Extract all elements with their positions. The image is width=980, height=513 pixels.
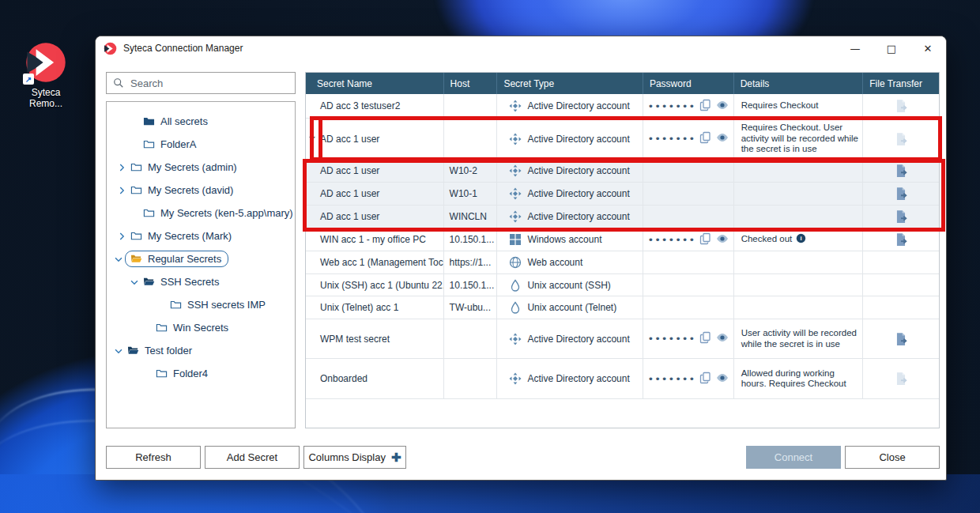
sidebar-item-ssh-secrets-imp[interactable]: SSH secrets IMP bbox=[107, 293, 295, 316]
cell-secret-type: Active Directory account bbox=[497, 319, 643, 358]
sidebar-item-folder4[interactable]: Folder4 bbox=[107, 362, 295, 385]
table-row[interactable]: AD acc 1 userW10-1Active Directory accou… bbox=[306, 183, 939, 206]
chevron-right-icon[interactable] bbox=[115, 184, 128, 197]
columns-display-button[interactable]: Columns Display ✚ bbox=[303, 446, 406, 469]
copy-password-icon[interactable] bbox=[699, 131, 712, 146]
copy-password-icon[interactable] bbox=[699, 99, 712, 114]
host-text: W10-2 bbox=[450, 165, 477, 176]
file-transfer-icon[interactable] bbox=[894, 164, 908, 178]
file-transfer-icon[interactable] bbox=[894, 209, 908, 224]
file-transfer-icon[interactable] bbox=[894, 187, 908, 201]
cell-details bbox=[734, 274, 864, 296]
secret-name-text: Unix (SSH) acc 1 (Ubuntu 22.( bbox=[320, 280, 444, 291]
chevron-down-icon[interactable] bbox=[112, 345, 125, 357]
tree-spacer bbox=[128, 115, 141, 128]
sidebar-item-ssh-secrets[interactable]: SSH Secrets bbox=[107, 270, 295, 293]
folder-outline-icon bbox=[130, 161, 143, 173]
cell-password bbox=[643, 296, 734, 319]
search-input[interactable] bbox=[130, 77, 288, 89]
desktop-shortcut-syteca[interactable]: ↗ Syteca Remo... bbox=[14, 41, 77, 109]
minimize-icon[interactable]: — bbox=[837, 36, 873, 60]
tree-item-label: Win Secrets bbox=[173, 322, 228, 334]
table-row[interactable]: AD acc 3 testuser2Active Directory accou… bbox=[306, 94, 939, 119]
reveal-password-icon[interactable] bbox=[716, 232, 729, 247]
table-row[interactable]: WIN acc 1 - my office PC10.150.1...Windo… bbox=[306, 228, 939, 251]
cell-file-transfer bbox=[863, 274, 939, 296]
sidebar-item-my-secrets-david-[interactable]: My Secrets (david) bbox=[107, 179, 295, 202]
chevron-right-icon[interactable] bbox=[115, 161, 128, 174]
search-box[interactable] bbox=[106, 72, 296, 94]
chevron-down-icon[interactable] bbox=[128, 276, 141, 289]
cell-host: W10-2 bbox=[444, 160, 498, 182]
window-title: Syteca Connection Manager bbox=[123, 43, 243, 54]
sidebar-item-my-secrets-mark-[interactable]: My Secrets (Mark) bbox=[107, 224, 295, 247]
column-header-host[interactable]: Host bbox=[444, 73, 498, 94]
sidebar-item-test-folder[interactable]: Test folder bbox=[107, 339, 295, 362]
file-transfer-icon[interactable] bbox=[894, 232, 908, 247]
cell-file-transfer bbox=[863, 296, 939, 319]
tree-item-label: My Secrets (admin) bbox=[148, 161, 237, 173]
tree-item-label: All secrets bbox=[160, 115, 208, 127]
copy-password-icon[interactable] bbox=[699, 331, 712, 346]
secret-type-text: Active Directory account bbox=[527, 188, 629, 199]
host-text: 10.150.1... bbox=[450, 234, 495, 245]
copy-password-icon[interactable] bbox=[699, 372, 712, 387]
secret-name-text: WPM test secret bbox=[320, 334, 390, 345]
cell-secret-name: AD acc 1 user bbox=[306, 206, 444, 228]
folder-outline-icon bbox=[142, 207, 156, 219]
close-icon[interactable]: ✕ bbox=[910, 36, 946, 60]
copy-password-icon[interactable] bbox=[699, 232, 712, 247]
sidebar-item-my-secrets-ken-5-app-mary-[interactable]: My Secrets (ken-5.app\mary) bbox=[107, 202, 295, 224]
cell-secret-type: Active Directory account bbox=[497, 160, 643, 182]
shortcut-arrow-icon: ↗ bbox=[23, 74, 34, 85]
details-text: Requires Checkout bbox=[741, 100, 819, 111]
cell-secret-name: AD acc 1 user bbox=[306, 119, 444, 159]
connect-button[interactable]: Connect bbox=[746, 446, 841, 469]
cell-host: WINCLN bbox=[444, 206, 498, 228]
folder-outline-icon bbox=[155, 322, 168, 334]
ad-account-icon bbox=[509, 164, 522, 177]
windows-account-icon bbox=[509, 233, 522, 246]
secret-type-text: Active Directory account bbox=[527, 100, 629, 111]
cell-password: ••••••• bbox=[643, 119, 734, 159]
reveal-password-icon[interactable] bbox=[716, 331, 729, 346]
sidebar-item-win-secrets[interactable]: Win Secrets bbox=[107, 316, 295, 339]
maximize-icon[interactable]: □ bbox=[873, 36, 910, 60]
table-row[interactable]: Web acc 1 (Management Tochttps://1...Web… bbox=[306, 251, 939, 274]
file-transfer-icon[interactable] bbox=[894, 332, 908, 346]
column-header-secret-name[interactable]: Secret Name bbox=[306, 73, 444, 94]
table-row[interactable]: WPM test secretActive Directory account•… bbox=[306, 319, 939, 359]
sidebar-item-all-secrets[interactable]: All secrets bbox=[107, 110, 295, 133]
info-icon[interactable]: i bbox=[796, 233, 806, 247]
chevron-down-icon[interactable] bbox=[112, 253, 125, 266]
cell-host: TW-ubu... bbox=[444, 296, 498, 319]
chevron-right-icon[interactable] bbox=[115, 230, 128, 243]
table-header-row: Secret NameHostSecret TypePasswordDetail… bbox=[306, 73, 939, 94]
ad-account-icon bbox=[509, 333, 522, 345]
reveal-password-icon[interactable] bbox=[716, 372, 729, 387]
reveal-password-icon[interactable] bbox=[716, 99, 729, 114]
table-row[interactable]: AD acc 1 userActive Directory account•••… bbox=[306, 119, 939, 160]
column-header-password[interactable]: Password bbox=[643, 73, 734, 94]
row-expander-icon[interactable] bbox=[307, 133, 317, 145]
table-row[interactable]: AD acc 1 userW10-2Active Directory accou… bbox=[306, 160, 939, 183]
sidebar-item-foldera[interactable]: FolderA bbox=[107, 133, 295, 156]
column-header-secret-type[interactable]: Secret Type bbox=[497, 73, 643, 94]
folder-filled-icon bbox=[142, 115, 156, 127]
titlebar[interactable]: Syteca Connection Manager — □ ✕ bbox=[96, 36, 946, 60]
host-text: W10-1 bbox=[450, 188, 477, 199]
reveal-password-icon[interactable] bbox=[716, 131, 729, 146]
table-row[interactable]: OnboardedActive Directory account•••••••… bbox=[306, 359, 939, 399]
table-row[interactable]: Unix (Telnet) acc 1TW-ubu...Unix account… bbox=[306, 296, 939, 319]
cell-host bbox=[444, 119, 498, 159]
cell-secret-name: AD acc 1 user bbox=[306, 160, 444, 182]
column-header-details[interactable]: Details bbox=[734, 73, 864, 94]
close-button[interactable]: Close bbox=[845, 446, 940, 469]
sidebar-item-regular-secrets[interactable]: Regular Secrets bbox=[107, 247, 295, 270]
column-header-file-transfer[interactable]: File Transfer bbox=[863, 73, 939, 94]
sidebar-item-my-secrets-admin-[interactable]: My Secrets (admin) bbox=[107, 156, 295, 179]
table-row[interactable]: AD acc 1 userWINCLNActive Directory acco… bbox=[306, 206, 939, 228]
table-row[interactable]: Unix (SSH) acc 1 (Ubuntu 22.(10.150.1...… bbox=[306, 274, 939, 296]
add-secret-button[interactable]: Add Secret bbox=[205, 446, 300, 469]
refresh-button[interactable]: Refresh bbox=[106, 446, 201, 469]
